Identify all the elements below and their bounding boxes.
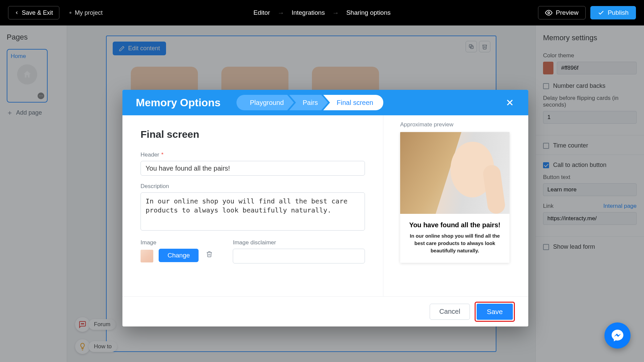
check-icon [598,9,604,16]
section-title: Final screen [141,129,365,140]
publish-label: Publish [608,9,629,16]
save-exit-button[interactable]: Save & Exit [8,6,59,19]
chevron-left-icon [14,10,19,15]
preview-image [400,132,509,214]
modal-preview: Approximate preview You have found all t… [383,115,528,296]
step-sharing[interactable]: Sharing options [346,9,390,16]
publish-button[interactable]: Publish [590,6,636,19]
approx-label: Approximate preview [400,121,512,128]
header-input[interactable] [141,161,365,176]
crumb-pairs[interactable]: Pairs [289,95,328,110]
remove-image-button[interactable] [206,251,213,257]
modal-footer: Cancel Save [122,296,528,326]
image-field-label: Image [141,239,213,246]
crumb-playground[interactable]: Playground [236,95,294,110]
crumb-final[interactable]: Final screen [323,95,383,110]
save-exit-label: Save & Exit [22,9,53,16]
eye-icon [545,9,552,16]
preview-label: Preview [556,9,579,16]
step-editor[interactable]: Editor [254,9,270,16]
close-icon [505,98,515,108]
save-button[interactable]: Save [477,304,513,320]
topbar: Save & Exit My project Editor → Integrat… [0,0,644,25]
arrow-right-icon: → [332,9,339,17]
change-image-button[interactable]: Change [159,249,199,262]
svg-point-0 [548,12,550,14]
preview-text: In our online shop you will find all the… [400,232,509,263]
trash-icon [206,251,213,257]
messenger-fab[interactable] [604,322,631,349]
arrow-right-icon: → [277,9,284,17]
description-textarea[interactable]: In our online shop you will find all the… [141,192,365,231]
modal-header: Memory Options Playground Pairs Final sc… [122,90,528,115]
modal-body: Final screen Header* Description In our … [122,115,528,296]
unsaved-dot-icon [69,12,71,14]
project-name: My project [69,9,103,16]
disclaimer-field-label: Image disclaimer [233,239,365,246]
step-integrations[interactable]: Integrations [291,9,325,16]
save-button-highlight: Save [475,302,515,322]
project-name-label: My project [75,9,103,16]
app-body: Pages Home ⋯ Add page Edit content [0,25,644,362]
top-steps: Editor → Integrations → Sharing options [254,9,391,17]
modal-close-button[interactable] [505,98,515,108]
image-thumbnail[interactable] [141,250,153,262]
modal-breadcrumbs: Playground Pairs Final screen [236,95,383,110]
messenger-icon [610,328,625,343]
description-field-label: Description [141,183,365,190]
memory-options-modal: Memory Options Playground Pairs Final sc… [122,90,528,326]
preview-heading: You have found all the pairs! [400,214,509,232]
modal-title: Memory Options [136,97,236,109]
cancel-button[interactable]: Cancel [430,304,470,320]
topbar-right: Preview Publish [538,6,636,19]
preview-button[interactable]: Preview [538,6,586,19]
header-field-label: Header* [141,152,365,158]
disclaimer-input[interactable] [233,249,365,263]
preview-card: You have found all the pairs! In our onl… [400,132,509,263]
modal-form: Final screen Header* Description In our … [122,115,383,296]
